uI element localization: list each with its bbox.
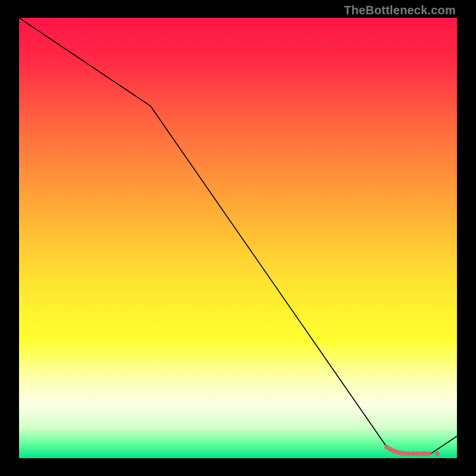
marker-dot xyxy=(415,452,420,456)
marker-dot xyxy=(435,452,440,456)
chart-overlay xyxy=(19,18,457,458)
marker-dot xyxy=(402,451,407,456)
attribution-text: TheBottleneck.com xyxy=(344,4,456,17)
markers-group xyxy=(384,444,440,456)
outer-frame: TheBottleneck.com xyxy=(0,0,476,476)
plot-area xyxy=(19,18,457,458)
marker-dot xyxy=(411,452,415,456)
marker-dot xyxy=(406,452,411,456)
marker-dot xyxy=(427,452,431,456)
series-line xyxy=(19,18,457,454)
